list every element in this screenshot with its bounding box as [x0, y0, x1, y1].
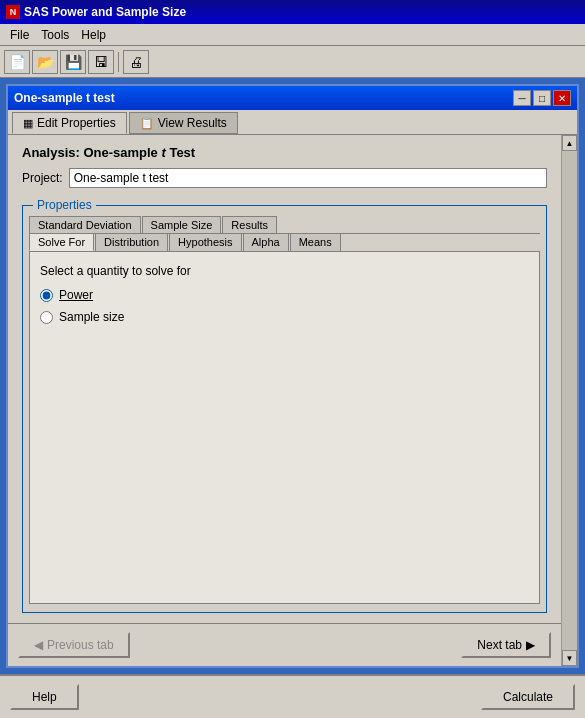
maximize-button[interactable]: □: [533, 90, 551, 106]
footer: Help Calculate: [0, 674, 585, 718]
window-title: One-sample t test: [14, 91, 115, 105]
next-tab-label: Next tab: [477, 638, 522, 652]
window-controls: ─ □ ✕: [513, 90, 571, 106]
project-row: Project:: [22, 168, 547, 188]
scroll-up-button[interactable]: ▲: [562, 135, 577, 151]
toolbar: 📄 📂 💾 🖫 🖨: [0, 46, 585, 78]
app-titlebar: N SAS Power and Sample Size: [0, 0, 585, 24]
tab-hypothesis[interactable]: Hypothesis: [169, 234, 241, 251]
print-button[interactable]: 🖨: [123, 50, 149, 74]
next-icon: ▶: [526, 638, 535, 652]
tab-view-results-label: View Results: [158, 116, 227, 130]
radio-power[interactable]: [40, 289, 53, 302]
tab-results[interactable]: Results: [222, 216, 277, 233]
window-titlebar: One-sample t test ─ □ ✕: [8, 86, 577, 110]
tab-sample-size[interactable]: Sample Size: [142, 216, 222, 233]
minimize-button[interactable]: ─: [513, 90, 531, 106]
bottom-nav: ◀ Previous tab Next tab ▶: [8, 623, 561, 666]
view-tabs: ▦ Edit Properties 📋 View Results: [8, 110, 577, 135]
tab-standard-deviation[interactable]: Standard Deviation: [29, 216, 141, 233]
analysis-title: Analysis: One-sample t Test: [22, 145, 547, 160]
content-scroll-wrapper: Analysis: One-sample t Test Project: Pro…: [8, 135, 577, 666]
prev-tab-button[interactable]: ◀ Previous tab: [18, 632, 130, 658]
help-button[interactable]: Help: [10, 684, 79, 710]
toolbar-separator: [118, 52, 119, 72]
solve-prompt: Select a quantity to solve for: [40, 264, 529, 278]
tab-solve-for[interactable]: Solve For: [29, 234, 94, 251]
next-tab-button[interactable]: Next tab ▶: [461, 632, 551, 658]
properties-group: Properties Standard Deviation Sample Siz…: [22, 198, 547, 613]
scroll-track: [562, 151, 577, 650]
scrollbar: ▲ ▼: [561, 135, 577, 666]
inner-tabs-row2: Solve For Distribution Hypothesis Alpha …: [29, 234, 540, 252]
content-main: Analysis: One-sample t Test Project: Pro…: [8, 135, 561, 666]
tab-edit-properties[interactable]: ▦ Edit Properties: [12, 112, 127, 134]
inner-window: One-sample t test ─ □ ✕ ▦ Edit Propertie…: [6, 84, 579, 668]
inner-tabs-row1: Standard Deviation Sample Size Results: [29, 216, 540, 234]
tab-means[interactable]: Means: [290, 234, 341, 251]
scroll-down-button[interactable]: ▼: [562, 650, 577, 666]
content-area: Analysis: One-sample t Test Project: Pro…: [8, 135, 561, 623]
prev-icon: ◀: [34, 638, 43, 652]
menu-file[interactable]: File: [4, 26, 35, 44]
analysis-title-suffix: Test: [166, 145, 195, 160]
radio-samplesize-label[interactable]: Sample size: [59, 310, 124, 324]
open-button[interactable]: 📂: [32, 50, 58, 74]
prev-tab-label: Previous tab: [47, 638, 114, 652]
radio-samplesize-row: Sample size: [40, 310, 529, 324]
new-button[interactable]: 📄: [4, 50, 30, 74]
tab-edit-properties-label: Edit Properties: [37, 116, 116, 130]
radio-power-label[interactable]: Power: [59, 288, 93, 302]
menu-help[interactable]: Help: [75, 26, 112, 44]
calculate-button[interactable]: Calculate: [481, 684, 575, 710]
save-button[interactable]: 💾: [60, 50, 86, 74]
close-button[interactable]: ✕: [553, 90, 571, 106]
menu-bar: File Tools Help: [0, 24, 585, 46]
radio-samplesize[interactable]: [40, 311, 53, 324]
properties-legend: Properties: [33, 198, 96, 212]
app-title: SAS Power and Sample Size: [24, 5, 579, 19]
app-icon: N: [6, 5, 20, 19]
tab-view-results[interactable]: 📋 View Results: [129, 112, 238, 134]
project-label: Project:: [22, 171, 63, 185]
radio-power-row: Power: [40, 288, 529, 302]
tab-distribution[interactable]: Distribution: [95, 234, 168, 251]
saveas-button[interactable]: 🖫: [88, 50, 114, 74]
project-input[interactable]: [69, 168, 547, 188]
tab-solve-for-content: Select a quantity to solve for Power: [29, 252, 540, 604]
analysis-title-text: Analysis: One-sample: [22, 145, 161, 160]
menu-tools[interactable]: Tools: [35, 26, 75, 44]
workspace: One-sample t test ─ □ ✕ ▦ Edit Propertie…: [0, 78, 585, 674]
tab-alpha[interactable]: Alpha: [243, 234, 289, 251]
